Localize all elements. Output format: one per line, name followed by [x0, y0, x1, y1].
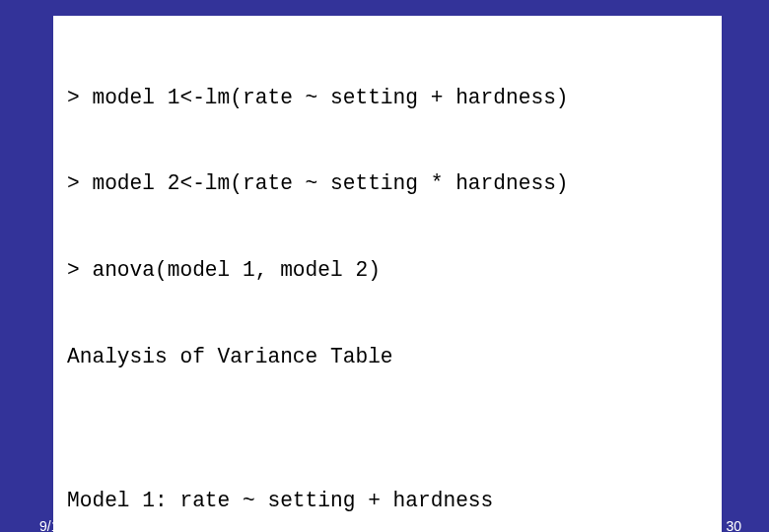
code-line: > anova(model 1, model 2) — [67, 256, 712, 285]
code-line: Model 1: rate ~ setting + hardness — [67, 487, 712, 515]
slide: > model 1<-lm(rate ~ setting + hardness)… — [0, 0, 769, 532]
code-line: > model 2<-lm(rate ~ setting * hardness) — [67, 169, 712, 198]
footer-title: 330 lecture 17 — [0, 518, 769, 532]
code-line: > model 1<-lm(rate ~ setting + hardness) — [67, 84, 712, 112]
conclusion-text: Conclusion: since the F-value is small a… — [69, 365, 708, 462]
footer-page-number: 30 — [726, 518, 741, 532]
